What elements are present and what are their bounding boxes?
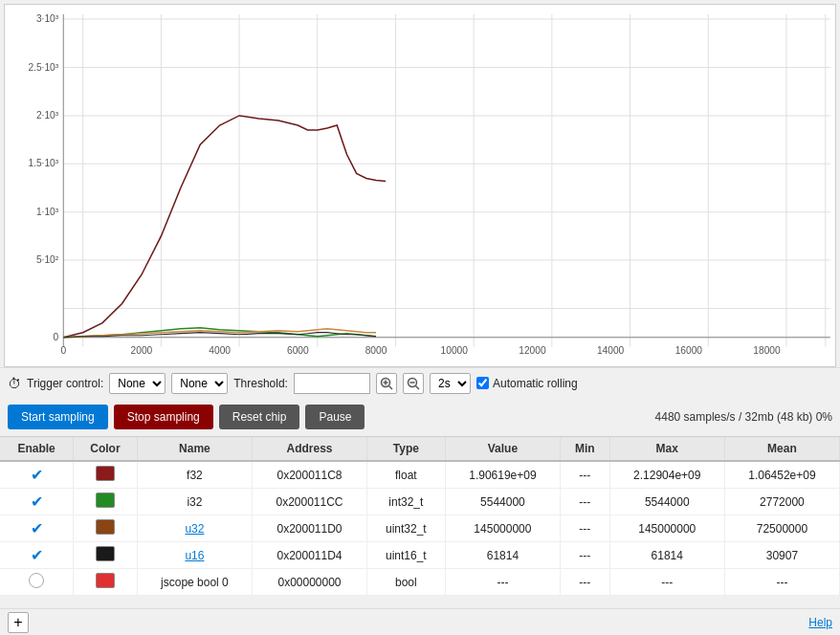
svg-text:4000: 4000 <box>209 345 231 356</box>
color-cell[interactable] <box>74 489 137 515</box>
color-cell[interactable] <box>74 461 137 489</box>
mean-cell: 30907 <box>724 542 839 569</box>
color-cell[interactable] <box>74 515 137 542</box>
header-min: Min <box>560 437 609 461</box>
header-value: Value <box>445 437 560 461</box>
enable-cell[interactable]: ✔ <box>0 515 74 542</box>
svg-text:2·10³: 2·10³ <box>36 110 59 120</box>
svg-text:14000: 14000 <box>597 345 625 356</box>
trigger-select-2[interactable]: None <box>171 373 228 394</box>
color-cell[interactable] <box>74 569 137 596</box>
enable-checkbox[interactable]: ✔ <box>31 520 43 536</box>
min-cell: --- <box>560 461 609 489</box>
enable-cell[interactable]: ✔ <box>0 489 74 515</box>
zoom-out-button[interactable] <box>403 373 424 394</box>
trigger-icon: ⏱ <box>8 376 21 391</box>
enable-cell[interactable]: ✔ <box>0 542 74 569</box>
mean-cell: --- <box>724 569 839 596</box>
min-cell: --- <box>560 569 609 596</box>
name-cell[interactable]: u32 <box>137 515 253 542</box>
value-cell: 1.90619e+09 <box>445 461 560 489</box>
plus-icon: + <box>13 614 22 631</box>
svg-text:5·10²: 5·10² <box>36 254 59 265</box>
table-row: jscope bool 00x00000000bool------------ <box>0 569 840 596</box>
type-cell: bool <box>366 569 445 596</box>
threshold-label: Threshold: <box>233 377 288 390</box>
action-bar: Start sampling Stop sampling Reset chip … <box>0 398 840 436</box>
svg-text:0: 0 <box>60 345 66 356</box>
enable-cell[interactable]: ✔ <box>0 461 74 489</box>
type-cell: uint16_t <box>366 542 445 569</box>
svg-text:10000: 10000 <box>441 345 469 356</box>
trigger-select-1[interactable]: None <box>109 373 166 394</box>
value-cell: 5544000 <box>445 489 560 515</box>
header-color: Color <box>74 437 137 461</box>
svg-text:3·10³: 3·10³ <box>36 13 59 24</box>
mean-cell: 2772000 <box>724 489 839 515</box>
table-header-row: Enable Color Name Address Type Value Min… <box>0 437 840 461</box>
svg-line-40 <box>388 385 392 389</box>
type-cell: float <box>366 461 445 489</box>
zoom-out-icon <box>407 377 420 390</box>
chart-area: 3·10³ 2.5·10³ 2·10³ 1.5·10³ 1·10³ 5·10² … <box>4 4 836 367</box>
color-swatch[interactable] <box>96 466 115 481</box>
enable-checkbox[interactable] <box>29 573 44 588</box>
auto-rolling-toggle[interactable]: Automatic rolling <box>476 377 578 390</box>
color-swatch[interactable] <box>96 573 115 588</box>
reset-chip-button[interactable]: Reset chip <box>219 405 300 429</box>
color-swatch[interactable] <box>96 519 115 535</box>
address-cell: 0x200011D4 <box>253 542 367 569</box>
max-cell: 5544000 <box>609 489 724 515</box>
header-enable: Enable <box>0 437 74 461</box>
min-cell: --- <box>560 489 609 515</box>
name-cell: f32 <box>137 461 253 489</box>
data-table: Enable Color Name Address Type Value Min… <box>0 436 840 608</box>
svg-text:2000: 2000 <box>131 345 153 356</box>
enable-checkbox[interactable]: ✔ <box>31 493 43 510</box>
svg-rect-0 <box>5 5 835 366</box>
enable-checkbox[interactable]: ✔ <box>31 467 43 483</box>
header-max: Max <box>609 437 724 461</box>
enable-checkbox[interactable]: ✔ <box>31 547 43 563</box>
svg-text:1·10³: 1·10³ <box>36 207 59 217</box>
add-variable-button[interactable]: + <box>8 612 29 633</box>
sample-info: 4480 samples/s / 32mb (48 kb) 0% <box>655 410 832 424</box>
threshold-input[interactable] <box>294 373 370 394</box>
table-row: ✔f320x200011C8float1.90619e+09---2.12904… <box>0 461 840 489</box>
svg-text:2.5·10³: 2.5·10³ <box>28 62 58 73</box>
trigger-bar: ⏱ Trigger control: None None Threshold: <box>0 367 840 398</box>
type-cell: int32_t <box>366 489 445 515</box>
max-cell: --- <box>609 569 724 596</box>
max-cell: 145000000 <box>609 515 724 542</box>
name-cell: i32 <box>137 489 253 515</box>
header-type: Type <box>366 437 445 461</box>
max-cell: 2.12904e+09 <box>609 461 724 489</box>
address-cell: 0x200011D0 <box>253 515 367 542</box>
table-row: ✔u320x200011D0uint32_t145000000---145000… <box>0 515 840 542</box>
trigger-label: Trigger control: <box>27 377 103 390</box>
time-select[interactable]: 2s <box>430 373 471 394</box>
pause-button[interactable]: Pause <box>305 405 365 429</box>
color-cell[interactable] <box>74 542 137 569</box>
svg-text:8000: 8000 <box>365 345 387 356</box>
color-swatch[interactable] <box>96 493 115 508</box>
zoom-in-button[interactable] <box>376 373 397 394</box>
stop-sampling-button[interactable]: Stop sampling <box>114 405 213 429</box>
zoom-in-icon <box>380 377 393 390</box>
value-cell: --- <box>445 569 560 596</box>
value-cell: 61814 <box>445 542 560 569</box>
min-cell: --- <box>560 515 609 542</box>
mean-cell: 1.06452e+09 <box>724 461 839 489</box>
auto-rolling-label: Automatic rolling <box>493 377 578 390</box>
start-sampling-button[interactable]: Start sampling <box>8 405 108 429</box>
auto-rolling-checkbox[interactable] <box>476 377 489 389</box>
footer: + Help <box>0 608 840 635</box>
table-row: ✔i320x200011CCint32_t5544000---554400027… <box>0 489 840 515</box>
help-link[interactable]: Help <box>808 616 832 629</box>
color-swatch[interactable] <box>96 546 115 561</box>
mean-cell: 72500000 <box>724 515 839 542</box>
svg-text:16000: 16000 <box>675 345 703 356</box>
name-cell[interactable]: u16 <box>137 542 253 569</box>
svg-line-44 <box>415 385 419 389</box>
enable-cell[interactable] <box>0 569 74 596</box>
